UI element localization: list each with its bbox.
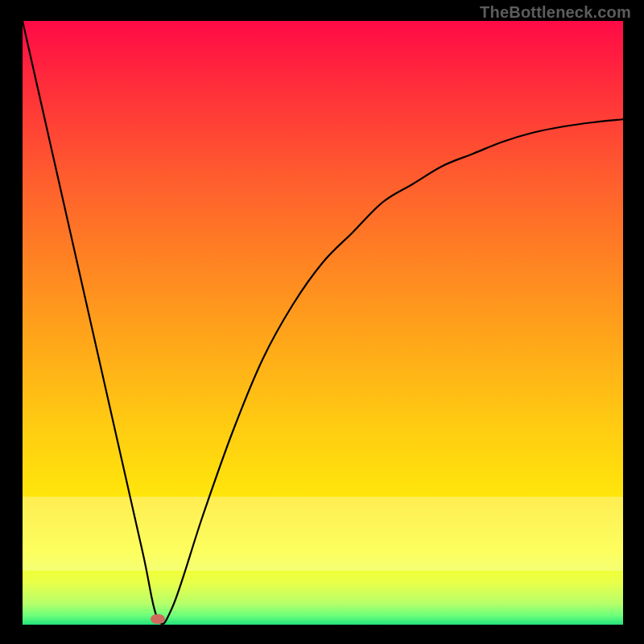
plot-area	[23, 21, 623, 625]
highlight-band	[23, 497, 623, 571]
chart-frame: TheBottleneck.com	[0, 0, 644, 644]
watermark-text: TheBottleneck.com	[480, 3, 631, 22]
optimum-marker	[151, 614, 165, 624]
curve-svg	[23, 21, 623, 625]
bottleneck-curve	[23, 21, 623, 624]
